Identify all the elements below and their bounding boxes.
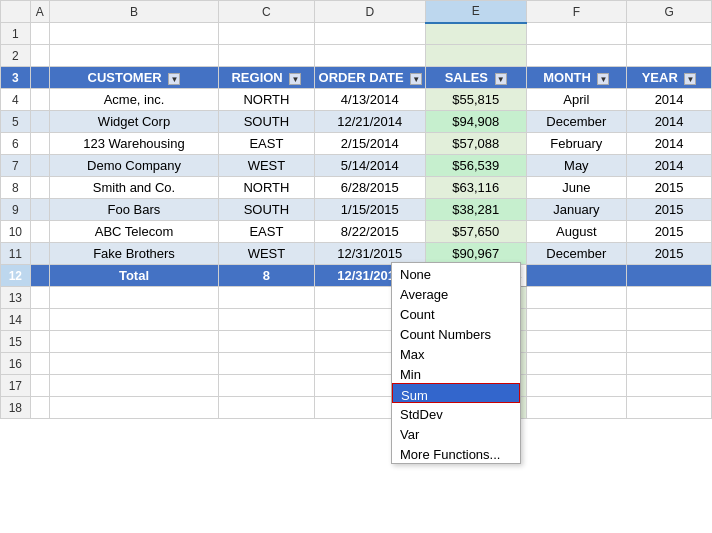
cell-b15[interactable] [49, 331, 219, 353]
cell-c8[interactable]: NORTH [219, 177, 314, 199]
cell-f13[interactable] [526, 287, 627, 309]
year-filter-arrow[interactable]: ▼ [684, 73, 696, 85]
cell-a5[interactable] [30, 111, 49, 133]
cell-f9[interactable]: January [526, 199, 627, 221]
cell-g6[interactable]: 2014 [627, 133, 712, 155]
cell-c17[interactable] [219, 375, 314, 397]
cell-a4[interactable] [30, 89, 49, 111]
cell-f11[interactable]: December [526, 243, 627, 265]
cell-a1[interactable] [30, 23, 49, 45]
cell-a8[interactable] [30, 177, 49, 199]
cell-f3-month[interactable]: MONTH ▼ [526, 67, 627, 89]
cell-f15[interactable] [526, 331, 627, 353]
cell-f17[interactable] [526, 375, 627, 397]
cell-g5[interactable]: 2014 [627, 111, 712, 133]
cell-a17[interactable] [30, 375, 49, 397]
cell-a3[interactable] [30, 67, 49, 89]
cell-b5[interactable]: Widget Corp [49, 111, 219, 133]
col-b-header[interactable]: B [49, 1, 219, 23]
cell-c3-region[interactable]: REGION ▼ [219, 67, 314, 89]
menu-item-none[interactable]: None [392, 263, 520, 283]
cell-d9[interactable]: 1/15/2015 [314, 199, 425, 221]
cell-c13[interactable] [219, 287, 314, 309]
cell-c18[interactable] [219, 397, 314, 419]
cell-a18[interactable] [30, 397, 49, 419]
cell-d6[interactable]: 2/15/2014 [314, 133, 425, 155]
cell-f10[interactable]: August [526, 221, 627, 243]
menu-item-more-functions[interactable]: More Functions... [392, 443, 520, 463]
cell-b6[interactable]: 123 Warehousing [49, 133, 219, 155]
region-filter-arrow[interactable]: ▼ [289, 73, 301, 85]
menu-item-count-numbers[interactable]: Count Numbers [392, 323, 520, 343]
cell-c10[interactable]: EAST [219, 221, 314, 243]
cell-b4[interactable]: Acme, inc. [49, 89, 219, 111]
cell-g4[interactable]: 2014 [627, 89, 712, 111]
cell-b14[interactable] [49, 309, 219, 331]
orderdate-filter-arrow[interactable]: ▼ [410, 73, 422, 85]
cell-g13[interactable] [627, 287, 712, 309]
cell-b13[interactable] [49, 287, 219, 309]
cell-a6[interactable] [30, 133, 49, 155]
cell-c4[interactable]: NORTH [219, 89, 314, 111]
cell-g16[interactable] [627, 353, 712, 375]
cell-a13[interactable] [30, 287, 49, 309]
menu-item-average[interactable]: Average [392, 283, 520, 303]
cell-e1[interactable] [425, 23, 526, 45]
cell-d3-orderdate[interactable]: ORDER DATE ▼ [314, 67, 425, 89]
cell-b2[interactable] [49, 45, 219, 67]
cell-e5[interactable]: $94,908 [425, 111, 526, 133]
cell-b9[interactable]: Foo Bars [49, 199, 219, 221]
cell-f2[interactable] [526, 45, 627, 67]
cell-d8[interactable]: 6/28/2015 [314, 177, 425, 199]
cell-g14[interactable] [627, 309, 712, 331]
col-c-header[interactable]: C [219, 1, 314, 23]
cell-d4[interactable]: 4/13/2014 [314, 89, 425, 111]
cell-d1[interactable] [314, 23, 425, 45]
cell-b11[interactable]: Fake Brothers [49, 243, 219, 265]
cell-c6[interactable]: EAST [219, 133, 314, 155]
cell-e6[interactable]: $57,088 [425, 133, 526, 155]
cell-g3-year[interactable]: YEAR ▼ [627, 67, 712, 89]
cell-d5[interactable]: 12/21/2014 [314, 111, 425, 133]
cell-f4[interactable]: April [526, 89, 627, 111]
cell-f5[interactable]: December [526, 111, 627, 133]
cell-f12[interactable] [526, 265, 627, 287]
cell-a10[interactable] [30, 221, 49, 243]
cell-g18[interactable] [627, 397, 712, 419]
col-g-header[interactable]: G [627, 1, 712, 23]
cell-f8[interactable]: June [526, 177, 627, 199]
menu-item-var[interactable]: Var [392, 423, 520, 443]
cell-a2[interactable] [30, 45, 49, 67]
cell-c14[interactable] [219, 309, 314, 331]
cell-c7[interactable]: WEST [219, 155, 314, 177]
cell-c1[interactable] [219, 23, 314, 45]
menu-item-max[interactable]: Max [392, 343, 520, 363]
subtotal-dropdown[interactable]: None Average Count Count Numbers Max Min… [391, 262, 521, 464]
cell-e3-sales[interactable]: SALES ▼ [425, 67, 526, 89]
cell-b17[interactable] [49, 375, 219, 397]
menu-item-stddev[interactable]: StdDev [392, 403, 520, 423]
col-f-header[interactable]: F [526, 1, 627, 23]
cell-a15[interactable] [30, 331, 49, 353]
cell-a14[interactable] [30, 309, 49, 331]
cell-g11[interactable]: 2015 [627, 243, 712, 265]
cell-b10[interactable]: ABC Telecom [49, 221, 219, 243]
cell-a16[interactable] [30, 353, 49, 375]
cell-a9[interactable] [30, 199, 49, 221]
cell-e9[interactable]: $38,281 [425, 199, 526, 221]
cell-c5[interactable]: SOUTH [219, 111, 314, 133]
cell-c15[interactable] [219, 331, 314, 353]
cell-g10[interactable]: 2015 [627, 221, 712, 243]
cell-d10[interactable]: 8/22/2015 [314, 221, 425, 243]
cell-d2[interactable] [314, 45, 425, 67]
cell-f1[interactable] [526, 23, 627, 45]
col-a-header[interactable]: A [30, 1, 49, 23]
month-filter-arrow[interactable]: ▼ [597, 73, 609, 85]
cell-g12[interactable] [627, 265, 712, 287]
cell-b3-customer[interactable]: CUSTOMER ▼ [49, 67, 219, 89]
cell-f16[interactable] [526, 353, 627, 375]
cell-e8[interactable]: $63,116 [425, 177, 526, 199]
customer-filter-arrow[interactable]: ▼ [168, 73, 180, 85]
menu-item-min[interactable]: Min [392, 363, 520, 383]
col-e-header[interactable]: E [425, 1, 526, 23]
